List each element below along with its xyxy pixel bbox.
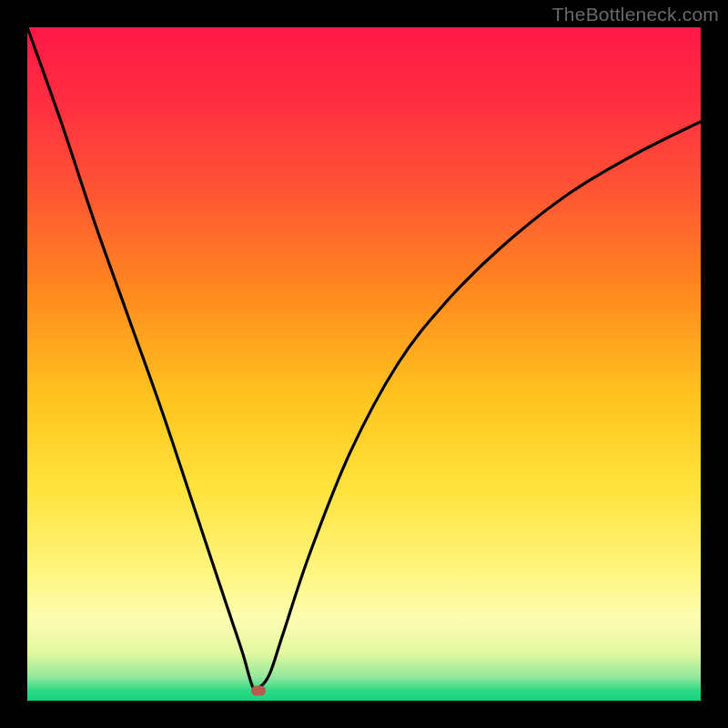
optimal-point-marker: [251, 685, 266, 695]
plot-area: [27, 27, 701, 701]
chart-frame: TheBottleneck.com: [0, 0, 728, 728]
watermark-text: TheBottleneck.com: [552, 4, 719, 25]
bottleneck-curve: [27, 27, 701, 701]
